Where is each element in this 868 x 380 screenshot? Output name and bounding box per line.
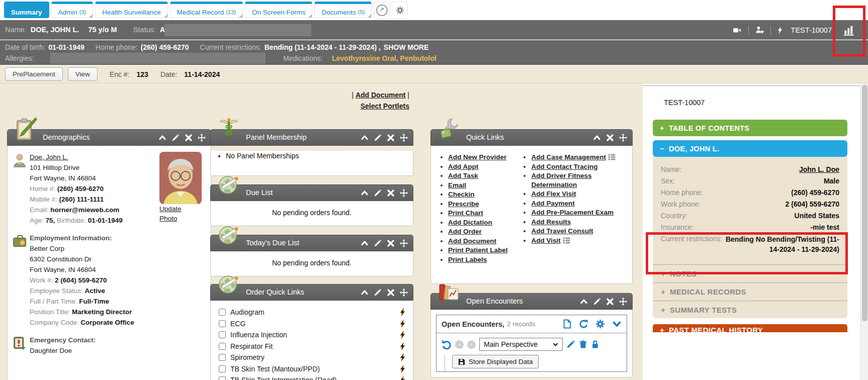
- quick-link[interactable]: Add Pre-Placement Exam: [531, 209, 614, 216]
- settings-button[interactable]: [392, 2, 408, 19]
- collapse-chevron-icon[interactable]: [361, 239, 369, 247]
- order-checkbox[interactable]: [219, 331, 226, 338]
- perspective-select[interactable]: Main Perspective: [479, 338, 563, 351]
- order-quick-links-header[interactable]: Order Quick Links: [210, 284, 413, 301]
- edit-pencil-icon[interactable]: [374, 239, 382, 247]
- collapse-chevron-icon[interactable]: [593, 134, 601, 142]
- quick-link[interactable]: Print Patient Label: [448, 246, 508, 254]
- todays-due-list-header[interactable]: Today's Due List: [210, 235, 413, 251]
- sidebar-collapsed-section[interactable]: + MEDICAL RECORDS: [653, 282, 847, 301]
- view-button[interactable]: View: [68, 67, 98, 81]
- quick-link[interactable]: Email: [448, 181, 466, 189]
- collapse-chevron-icon[interactable]: [158, 134, 166, 142]
- list-grid-icon[interactable]: [563, 237, 570, 244]
- close-x-icon[interactable]: [387, 289, 395, 297]
- trash-icon[interactable]: [579, 340, 587, 349]
- move-icon[interactable]: [400, 289, 408, 297]
- order-checkbox[interactable]: [219, 365, 226, 372]
- open-encounters-header[interactable]: Open Encounters: [430, 293, 633, 310]
- prev-page-icon[interactable]: ‹: [455, 340, 464, 349]
- person-add-icon[interactable]: [755, 26, 764, 34]
- edit-pencil-icon[interactable]: [171, 134, 180, 142]
- patient-section-header[interactable]: − DOE, JOHN L.: [653, 140, 847, 157]
- move-icon[interactable]: [400, 239, 408, 247]
- close-x-icon[interactable]: [606, 298, 614, 306]
- quick-link[interactable]: Add Dictation: [448, 219, 492, 226]
- collapse-chevron-icon[interactable]: [361, 134, 369, 142]
- move-icon[interactable]: [198, 134, 206, 142]
- lightning-icon[interactable]: [399, 365, 406, 373]
- quick-link[interactable]: Add Visit: [531, 237, 560, 244]
- close-x-icon[interactable]: [606, 134, 614, 142]
- quick-link[interactable]: Add Results: [531, 218, 571, 226]
- lightning-icon[interactable]: [399, 308, 406, 316]
- edit-pencil-icon[interactable]: [374, 189, 382, 197]
- sidebar-collapsed-section[interactable]: + NOTES: [653, 264, 847, 282]
- patient-name-link[interactable]: Doe, John L.: [30, 153, 68, 161]
- quick-link[interactable]: Prescribe: [448, 200, 479, 208]
- order-checkbox[interactable]: [219, 309, 226, 316]
- quick-link[interactable]: Add Order: [448, 228, 482, 235]
- collapse-chevron-icon[interactable]: [361, 189, 369, 197]
- vertical-scrollbar[interactable]: [860, 83, 868, 380]
- quick-link[interactable]: Add Contact Tracing: [531, 163, 597, 170]
- show-more-link[interactable]: SHOW MORE: [384, 43, 428, 51]
- edit-pencil-icon[interactable]: [374, 134, 382, 142]
- medications-links[interactable]: Levothyroxine Oral, Penbutolol: [332, 54, 437, 62]
- collapse-chevron-icon[interactable]: [580, 298, 588, 306]
- lock-icon[interactable]: [591, 340, 599, 349]
- table-of-contents-section[interactable]: + TABLE OF CONTENTS: [653, 120, 847, 136]
- lightning-icon[interactable]: [399, 353, 406, 361]
- tab-on-screen-forms[interactable]: On Screen Forms: [245, 2, 313, 18]
- close-x-icon[interactable]: [387, 189, 395, 197]
- edit-pencil-icon[interactable]: [566, 340, 575, 349]
- quick-link[interactable]: Add Case Management: [531, 153, 606, 161]
- quick-link[interactable]: Print Chart: [448, 209, 483, 217]
- new-document-icon[interactable]: [562, 319, 572, 329]
- order-checkbox[interactable]: [219, 354, 226, 361]
- lightning-icon[interactable]: [399, 376, 406, 380]
- gear-icon[interactable]: [595, 319, 605, 329]
- quick-link[interactable]: Add Payment: [531, 200, 574, 207]
- move-icon[interactable]: [619, 298, 627, 306]
- scrollbar-thumb[interactable]: [862, 85, 867, 321]
- lightning-icon[interactable]: [399, 331, 406, 339]
- tab-medical-record[interactable]: Medical Record(13): [170, 2, 243, 18]
- quick-link[interactable]: Add Travel Consult: [531, 227, 593, 235]
- tab-admin[interactable]: Admin(3): [51, 2, 94, 18]
- tab-documents[interactable]: Documents(5): [314, 2, 372, 18]
- refresh-icon[interactable]: [579, 319, 588, 329]
- store-displayed-data-button[interactable]: Store Displayed Data: [452, 355, 539, 368]
- sidebar-collapsed-section[interactable]: + SUMMARY TESTS: [653, 301, 847, 319]
- quick-link[interactable]: Add Flex Visit: [531, 190, 576, 198]
- quick-link[interactable]: Add Driver Fitness Determination: [531, 172, 591, 188]
- lightning-icon[interactable]: [777, 26, 783, 34]
- next-page-icon[interactable]: ›: [467, 340, 476, 349]
- edit-pencil-icon[interactable]: [593, 298, 601, 306]
- quick-link[interactable]: Add Task: [448, 172, 478, 179]
- lightning-icon[interactable]: [399, 320, 406, 328]
- quick-link[interactable]: Add Document: [448, 237, 496, 245]
- move-icon[interactable]: [400, 134, 408, 142]
- collapse-chevron-icon[interactable]: [361, 289, 369, 297]
- chevron-down-icon[interactable]: [612, 319, 622, 329]
- past-medical-history-section[interactable]: +PAST MEDICAL HISTORY: [653, 324, 847, 332]
- quick-link[interactable]: Checkin: [448, 191, 475, 198]
- quick-link[interactable]: Add New Provider: [448, 153, 506, 161]
- tab-summary[interactable]: Summary: [4, 2, 49, 18]
- tab-health-surveillance[interactable]: Health Surveillance: [95, 2, 167, 18]
- demographics-header[interactable]: Demographics: [7, 129, 211, 146]
- close-x-icon[interactable]: [185, 134, 193, 142]
- quick-link[interactable]: Print Labels: [448, 256, 487, 263]
- tab-overflow-button[interactable]: ↗: [374, 2, 390, 19]
- bar-chart-icon[interactable]: [843, 25, 855, 36]
- undo-icon[interactable]: [442, 339, 452, 349]
- lightning-icon[interactable]: [399, 342, 406, 350]
- quick-link[interactable]: Add Appt: [448, 163, 478, 170]
- order-checkbox[interactable]: [219, 376, 226, 380]
- preplacement-button[interactable]: PrePlacement: [5, 67, 63, 81]
- quick-links-header[interactable]: Quick Links: [430, 129, 633, 146]
- order-checkbox[interactable]: [219, 320, 226, 327]
- due-list-header[interactable]: Due List: [210, 184, 413, 201]
- update-photo-link[interactable]: Update Photo: [159, 204, 190, 223]
